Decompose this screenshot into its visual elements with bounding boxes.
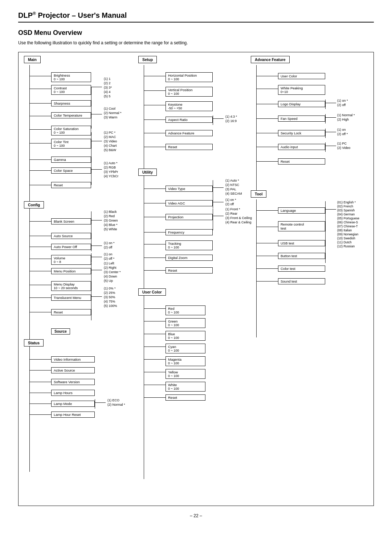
utility-menu-box: Utility (138, 169, 157, 176)
brightness-box: Brightness 0 ~ 100 (51, 72, 91, 82)
logo-display-box: Logo Display (278, 101, 325, 107)
lamp-hour-reset-box: Lamp Hour Reset (51, 412, 95, 418)
menu-display-box: Menu Display 10 ~ 20 seconds (51, 281, 91, 291)
digital-zoom-box: Digital Zoom (166, 255, 213, 261)
advance-user-color-box: User Color (278, 73, 325, 79)
advance-feature-setup-box: Advance Feature (166, 130, 213, 136)
contrast-box: Contrast 0 ~ 100 (51, 85, 91, 95)
red-box: Red 0 ~ 100 (166, 305, 205, 315)
color-test-box: Color test (278, 266, 325, 272)
color-temperature-box: Color Temperature (51, 112, 91, 118)
translucent-menu-box: Translucent Menu (51, 295, 91, 301)
remote-control-test-box: Remote control test (278, 221, 325, 231)
page: DLP® Projector – User's Manual OSD Menu … (0, 0, 392, 555)
auto-source-box: Auto Source (51, 233, 91, 239)
magenta-box: Magenta 0 ~ 100 (166, 356, 205, 366)
frequency-box: Frequency (166, 229, 213, 235)
status-menu-box: Status (24, 339, 44, 347)
tracking-box: Tracking 0 ~ 100 (166, 240, 213, 250)
volume-box: Volume 0 ~ 8 (51, 255, 91, 265)
video-info-box: Video Information (51, 356, 95, 362)
page-number: – 22 – (18, 513, 374, 518)
horizontal-position-box: Horizontal Position 0 ~ 100 (166, 72, 213, 82)
vertical-position-box: Vertical Position 0 ~ 100 (166, 87, 213, 97)
main-reset-box: Reset (51, 182, 91, 188)
security-lock-box: Security Lock (278, 130, 325, 136)
green-box: Green 0 ~ 100 (166, 318, 205, 328)
gamma-box: Gamma (51, 157, 91, 163)
config-reset-box: Reset (51, 309, 91, 315)
aspect-ratio-box: Aspect Ratio (166, 117, 213, 123)
config-menu-box: Config (24, 201, 44, 208)
active-source-box: Active Source (51, 367, 95, 373)
audio-input-box: Audio input (278, 144, 325, 150)
projection-box: Projection (166, 214, 213, 220)
sound-test-box: Sound test (278, 278, 325, 284)
section-title: OSD Menu Overview (18, 29, 374, 37)
cyan-box: Cyan 0 ~ 100 (166, 344, 205, 353)
button-test-box: Button test (278, 253, 325, 259)
main-menu-box: Main (24, 56, 41, 63)
setup-reset-box: Reset (166, 144, 213, 150)
advance-reset-box: Reset (278, 158, 325, 165)
video-agc-box: Video AGC (166, 200, 213, 206)
intro-text: Use the following illustration to quickl… (18, 40, 374, 45)
tool-menu-box: Tool (251, 190, 266, 198)
fan-speed-box: Fan Speed (278, 116, 325, 122)
osd-diagram: Main Brightness 0 ~ 100 Contrast 0 ~ 100… (18, 52, 374, 506)
keystone-box: Keystone -50 ~ +50 (166, 101, 213, 111)
utility-reset-box: Reset (166, 267, 213, 274)
white-box: White 0 ~ 100 (166, 382, 205, 392)
user-color-menu-box: User Color (138, 288, 166, 296)
color-tint-box: Color Tint 0 ~ 100 (51, 139, 91, 149)
menu-position-box: Menu Position (51, 268, 91, 274)
software-version-box: Software Version (51, 379, 95, 385)
usb-test-box: USB test (278, 240, 325, 246)
white-peaking-box: White Peaking 0~10 (278, 85, 325, 95)
page-title: DLP® Projector – User's Manual (18, 11, 374, 20)
setup-menu-box: Setup (138, 56, 157, 63)
yellow-box: Yellow 0 ~ 100 (166, 369, 205, 379)
blue-box: Blue 0 ~ 100 (166, 331, 205, 341)
source-box: Source (51, 328, 70, 335)
advance-feature-menu-box: Advance Feature (251, 56, 290, 63)
auto-power-off-box: Auto Power Off (51, 244, 91, 250)
video-type-box: Video Type (166, 186, 213, 192)
lamp-hours-box: Lamp Hours (51, 390, 95, 396)
color-space-box: Color Space (51, 167, 91, 174)
sharpness-box: Sharpness (51, 100, 91, 106)
color-saturation-box: Color Saturation 0 ~ 100 (51, 126, 91, 135)
user-color-reset-box: Reset (166, 394, 205, 401)
blank-screen-box: Blank Screen (51, 218, 91, 224)
page-header: DLP® Projector – User's Manual (18, 11, 374, 23)
language-box: Language (278, 207, 325, 214)
lamp-mode-box: Lamp Mode (51, 401, 95, 407)
